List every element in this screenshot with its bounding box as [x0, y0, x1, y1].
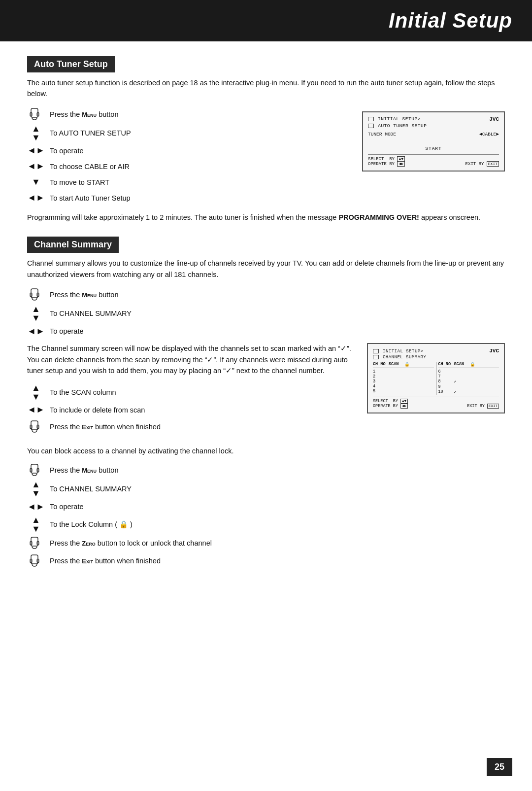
- step-text: To CHANNEL SUMMARY: [50, 484, 132, 494]
- step-text: To the SCAN column: [50, 387, 116, 397]
- channel-summary-middle-text: The Channel summary screen will now be d…: [27, 343, 352, 439]
- step-text: To operate: [50, 326, 84, 336]
- auto-tuner-intro: The auto tuner setup function is describ…: [27, 77, 505, 100]
- down-arrow-icon: ▼: [27, 177, 45, 187]
- step-row: ▲▼ To the Lock Column ( 🔒 ): [27, 516, 505, 533]
- hand-icon: [27, 553, 45, 569]
- updown-arrow-icon: ▲▼: [27, 305, 45, 322]
- step-text: Press the Zero button to lock or unlock …: [50, 538, 212, 548]
- auto-tuner-header: Auto Tuner Setup: [27, 56, 115, 72]
- updown-arrow-icon: ▲▼: [27, 480, 45, 498]
- step-row: ▲▼ To CHANNEL SUMMARY: [27, 305, 505, 322]
- step-row: ◄► To choose CABLE or AIR: [27, 160, 347, 173]
- hand-icon: [27, 419, 45, 435]
- block-access-note: You can block access to a channel by act…: [27, 446, 505, 456]
- step-row: ▲▼ To CHANNEL SUMMARY: [27, 480, 505, 498]
- step-text: To operate: [50, 146, 84, 156]
- step-text: To AUTO TUNER SETUP: [50, 128, 131, 138]
- leftright-arrow-icon: ◄►: [27, 326, 45, 337]
- hand-icon: [27, 106, 45, 122]
- step-row: Press the Menu button: [27, 287, 505, 303]
- channel-summary-header: Channel Summary: [27, 237, 119, 253]
- step-row: ▼ To move to START: [27, 175, 347, 189]
- step-row: ▲▼ To AUTO TUNER SETUP: [27, 124, 347, 142]
- hand-icon: [27, 287, 45, 303]
- channel-summary-initial-steps: Press the Menu button ▲▼ To CHANNEL SUMM…: [27, 287, 505, 338]
- step-row: Press the Exit button when finished: [27, 419, 352, 435]
- hand-icon: [27, 462, 45, 478]
- step-text: Press the Menu button: [50, 109, 118, 119]
- tv-screen-1: INITIAL SETUP> JVC AUTO TUNER SETUP TUNE…: [362, 111, 505, 172]
- leftright-arrow-icon: ◄►: [27, 193, 45, 203]
- step-text: To operate: [50, 502, 84, 512]
- step-row: ◄► To operate: [27, 324, 505, 338]
- auto-tuner-steps-area: Press the Menu button ▲▼ To AUTO TUNER S…: [27, 106, 505, 205]
- auto-tuner-section: Auto Tuner Setup The auto tuner setup fu…: [27, 56, 505, 223]
- step-text: Press the Exit button when finished: [50, 556, 161, 566]
- lock-steps: Press the Menu button ▲▼ To CHANNEL SUMM…: [27, 462, 505, 569]
- leftright-arrow-icon: ◄►: [27, 145, 45, 156]
- leftright-arrow-icon: ◄►: [27, 161, 45, 172]
- step-text: Press the Menu button: [50, 465, 118, 475]
- step-text: To the Lock Column ( 🔒 ): [50, 519, 133, 529]
- step-row: ◄► To operate: [27, 500, 505, 514]
- leftright-arrow-icon: ◄►: [27, 502, 45, 512]
- tv-screen-2: INITIAL SETUP> JVC CHANNEL SUMMARY CH NO…: [367, 343, 505, 413]
- step-row: Press the Exit button when finished: [27, 553, 505, 569]
- leftright-arrow-icon: ◄►: [27, 403, 45, 417]
- channel-summary-main-area: The Channel summary screen will now be d…: [27, 343, 505, 439]
- updown-arrow-icon: ▲▼: [27, 516, 45, 533]
- step-row: ▲▼ To the SCAN column: [27, 383, 352, 401]
- channel-summary-description: The Channel summary screen will now be d…: [27, 343, 352, 376]
- step-row: ◄► To operate: [27, 144, 347, 158]
- step-row: Press the Menu button: [27, 106, 347, 122]
- step-row: ◄► To include or delete from scan: [27, 403, 352, 417]
- step-text: To move to START: [50, 177, 109, 187]
- step-text: Press the Menu button: [50, 290, 118, 300]
- programming-over-text: PROGRAMMING OVER!: [338, 213, 419, 221]
- step-text: To include or delete from scan: [50, 405, 145, 415]
- page-number: 25: [487, 758, 512, 776]
- auto-tuner-steps: Press the Menu button ▲▼ To AUTO TUNER S…: [27, 106, 347, 205]
- page-title: Initial Setup: [389, 9, 512, 33]
- hand-icon: [27, 535, 45, 551]
- step-text: To start Auto Tuner Setup: [50, 193, 131, 203]
- updown-arrow-icon: ▲▼: [27, 124, 45, 142]
- programming-note: Programming will take approximately 1 to…: [27, 212, 505, 223]
- step-row: ◄► To start Auto Tuner Setup: [27, 191, 347, 205]
- channel-summary-intro: Channel summary allows you to customize …: [27, 258, 505, 280]
- channel-summary-section: Channel Summary Channel summary allows y…: [27, 237, 505, 569]
- step-row: Press the Menu button: [27, 462, 505, 478]
- page-title-bar: Initial Setup: [0, 0, 532, 41]
- step-text: To CHANNEL SUMMARY: [50, 309, 132, 318]
- updown-arrow-icon: ▲▼: [27, 383, 45, 401]
- step-row: Press the Zero button to lock or unlock …: [27, 535, 505, 551]
- step-text: To choose CABLE or AIR: [50, 162, 130, 172]
- step-text: Press the Exit button when finished: [50, 422, 161, 432]
- scan-steps: ▲▼ To the SCAN column ◄► To include or d…: [27, 383, 352, 435]
